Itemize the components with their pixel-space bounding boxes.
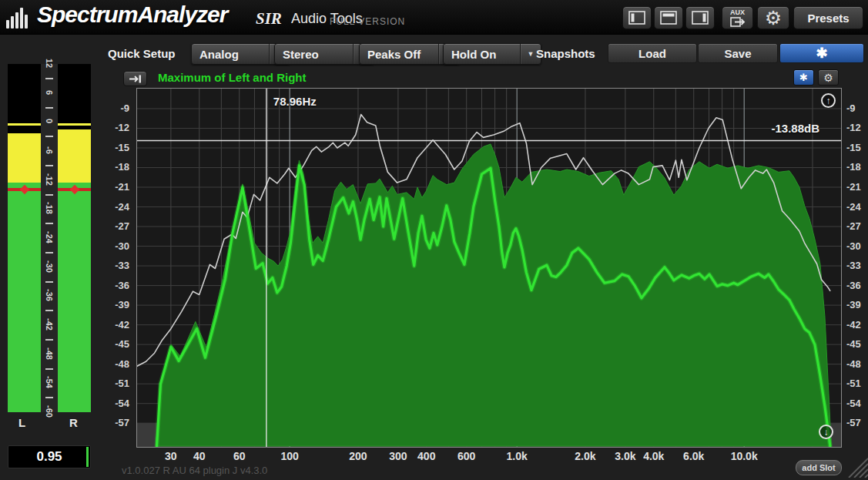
plot-freeze-button[interactable]: ✱	[793, 69, 814, 86]
db-label-right: -45	[846, 338, 868, 350]
settings-gear-button[interactable]: ⚙	[757, 6, 789, 29]
presets-button[interactable]: Presets	[793, 6, 863, 29]
meter-scale-number: 12	[45, 55, 54, 72]
meter-scale-tick	[45, 107, 53, 109]
meter-scale-number: -48	[45, 345, 54, 362]
freq-label: 100	[266, 450, 313, 462]
freeze-snapshot-button[interactable]: ✱	[779, 43, 864, 63]
db-label-left: -51	[99, 378, 129, 389]
plot-title: Maximum of Left and Right	[158, 71, 307, 84]
meter-scale: 1260-6-12-18-24-30-36-42-48-54-60	[41, 64, 58, 412]
arrow-into-bar-icon	[128, 74, 142, 84]
meter-scale-number: -30	[45, 258, 54, 275]
meter-scale-tick	[45, 368, 53, 370]
load-label: Load	[638, 47, 666, 60]
db-label-right: -24	[846, 201, 868, 213]
meter-scale-number: -60	[45, 403, 54, 420]
gear-icon: ⚙	[823, 72, 833, 84]
meter-bar-r	[58, 64, 91, 412]
db-label-left: -24	[99, 201, 129, 213]
db-label-left: -21	[99, 181, 129, 193]
db-label-right: -51	[846, 378, 868, 389]
db-label-right: -42	[846, 319, 868, 331]
plot-settings-button[interactable]: ⚙	[818, 69, 839, 86]
meter-peak-hold-line	[58, 123, 91, 126]
layout-right-panel-button[interactable]	[685, 6, 715, 29]
db-label-right: -30	[846, 240, 868, 252]
db-label-left: -9	[99, 102, 129, 114]
version-text: v1.0.027 R AU 64 plugin J v4.3.0	[122, 465, 267, 476]
logo-bars-icon	[6, 7, 32, 29]
dropdown-value: Stereo	[275, 44, 353, 64]
db-label-right: -57	[846, 417, 868, 428]
db-label-left: -42	[99, 319, 129, 331]
db-label-left: -27	[99, 220, 129, 232]
panel-top-icon	[659, 10, 678, 25]
crosshair-frequency-label: 78.96Hz	[273, 95, 317, 108]
gear-icon: ⚙	[765, 7, 782, 29]
asterisk-icon: ✱	[799, 72, 808, 83]
layout-top-panel-button[interactable]	[654, 6, 683, 29]
dropdown-hold-mode[interactable]: Hold On▼	[443, 43, 541, 65]
meter-scale-number: -42	[45, 316, 54, 333]
meter-readout-value: 0.95	[36, 449, 62, 465]
asterisk-icon: ✱	[816, 45, 827, 62]
meter-channel-label: L	[18, 416, 25, 429]
snapshot-load-button[interactable]: Load	[608, 43, 697, 63]
db-label-right: -15	[846, 142, 868, 153]
panel-left-icon	[628, 10, 646, 25]
presets-label: Presets	[807, 12, 849, 25]
dropdown-value: Analog	[192, 44, 269, 64]
panel-right-icon	[691, 10, 709, 25]
meter-scale-number: -36	[45, 287, 54, 304]
meter-scale-number: -18	[45, 200, 54, 217]
license-badge: FULL VERSION	[330, 16, 405, 27]
dropdown-value: Peaks Off	[360, 44, 438, 64]
db-label-left: -12	[99, 122, 129, 133]
freq-label: 10.0k	[721, 450, 767, 462]
app-title: SpectrumAnalyzer	[37, 2, 227, 28]
meter-scale-number: -24	[45, 229, 54, 246]
aux-output-button[interactable]: AUX	[722, 6, 753, 29]
add-slot-label: add Slot	[802, 463, 835, 472]
save-label: Save	[724, 47, 751, 60]
export-arrow-icon	[729, 16, 746, 28]
db-label-right: -39	[846, 299, 868, 310]
meter-readout-indicator	[86, 447, 89, 467]
db-label-left: -45	[99, 338, 129, 350]
meter-scale-number: -6	[45, 142, 54, 159]
freq-label: 6.0k	[671, 450, 717, 462]
meter-green-zone	[58, 183, 91, 412]
db-label-right: -21	[846, 181, 868, 193]
meter-yellow-zone	[8, 133, 41, 183]
db-label-right: -48	[846, 358, 868, 370]
spectrum-plot[interactable]: 78.96Hz -13.88dB ↑ ↓	[137, 89, 841, 447]
meter-scale-tick	[45, 339, 53, 341]
db-label-left: -36	[99, 280, 129, 291]
layout-left-panel-button[interactable]	[622, 6, 652, 29]
meter-green-zone	[8, 183, 41, 412]
meter-readout: 0.95	[8, 445, 91, 468]
freq-label: 1.0k	[494, 450, 540, 462]
meter-scale-tick	[45, 223, 53, 224]
route-display-button[interactable]	[123, 71, 147, 86]
meter-scale-number: -54	[45, 374, 54, 391]
db-label-left: -15	[99, 142, 129, 153]
db-label-left: -33	[99, 260, 129, 271]
brand-name: SIR	[256, 9, 282, 29]
level-meter-panel: LR1260-6-12-18-24-30-36-42-48-54-60	[6, 62, 92, 415]
freq-label: 600	[444, 450, 490, 462]
db-label-right: -54	[846, 398, 868, 409]
resize-grip[interactable]	[844, 453, 868, 478]
shift-range-up-button[interactable]: ↑	[821, 93, 836, 108]
meter-yellow-zone	[58, 129, 91, 182]
dropdown-value: Hold On	[444, 44, 520, 64]
add-slot-button[interactable]: add Slot	[796, 460, 842, 475]
shift-range-down-button[interactable]: ↓	[819, 425, 833, 439]
snapshot-save-button[interactable]: Save	[698, 43, 778, 63]
meter-scale-number: 6	[45, 84, 54, 101]
meter-scale-tick	[45, 310, 53, 311]
meter-scale-tick	[45, 165, 53, 166]
db-label-right: -36	[846, 280, 868, 291]
freq-label: 60	[216, 450, 263, 462]
